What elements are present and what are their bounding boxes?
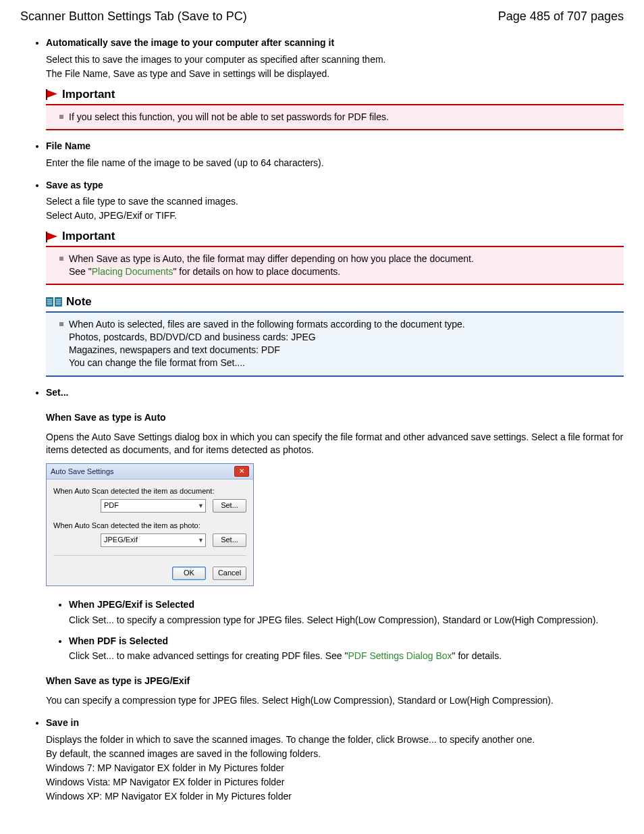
body-text: The File Name, Save as type and Save in … [46,68,624,80]
important-callout: Important If you select this function, y… [46,87,624,130]
select-value: PDF [104,500,119,511]
item-file-name: File Name Enter the file name of the ima… [46,140,624,170]
flag-icon [46,232,59,242]
note-label: Note [66,294,92,310]
text: Magazines, newspapers and text documents… [69,344,280,355]
set-button[interactable]: Set... [213,533,246,547]
placing-documents-link[interactable]: Placing Documents [92,266,173,277]
text: " for details on how to place documents. [173,266,340,277]
set-button[interactable]: Set... [213,499,246,513]
svg-rect-3 [46,232,47,242]
important-text: When Save as type is Auto, the file form… [59,253,618,278]
important-label: Important [62,229,115,244]
dialog-title: Auto Save Settings [51,467,114,477]
important-label: Important [62,87,115,103]
text: You can change the file format from Set.… [69,357,245,368]
text: Click Set... to make advanced settings f… [69,650,348,661]
text: When Auto is selected, files are saved i… [69,319,465,330]
body-text: You can specify a compression type for J… [46,694,624,707]
body-text: Select a file type to save the scanned i… [46,195,624,208]
note-text: When Auto is selected, files are saved i… [59,318,618,369]
inner-pdf-item: When PDF is Selected Click Set... to mak… [69,635,624,663]
item-save-as-type: Save as type Select a file type to save … [46,179,624,377]
body-text: Windows 7: MP Navigator EX folder in My … [46,762,624,775]
inner-jpeg-item: When JPEG/Exif is Selected Click Set... … [69,598,624,627]
dialog-label: When Auto Scan detected the item as phot… [53,521,246,531]
item-heading: File Name [46,140,90,151]
svg-marker-0 [47,90,57,98]
item-auto-save: Automatically save the image to your com… [46,36,624,130]
document-format-select[interactable]: PDF ▼ [101,499,206,513]
item-heading: When JPEG/Exif is Selected [69,599,194,610]
item-save-in: Save in Displays the folder in which to … [46,716,624,802]
ok-button[interactable]: OK [172,567,206,580]
body-text: Windows Vista: MP Navigator EX folder in… [46,776,624,789]
item-heading: Set... [46,387,68,398]
dialog-label: When Auto Scan detected the item as docu… [53,486,246,496]
body-text: Displays the folder in which to save the… [46,733,624,746]
text: See " [69,266,92,277]
chevron-down-icon: ▼ [198,536,204,544]
page-title: Scanner Button Settings Tab (Save to PC) [20,8,247,24]
body-text: Select this to save the images to your c… [46,53,624,66]
chevron-down-icon: ▼ [198,502,204,510]
svg-rect-1 [46,89,47,100]
note-callout: Note When Auto is selected, files are sa… [46,294,624,377]
note-icon [46,296,63,307]
svg-marker-2 [47,232,57,240]
select-value: JPEG/Exif [104,535,138,545]
text: " for details. [452,650,502,661]
item-heading: Save as type [46,180,103,190]
close-icon[interactable]: ✕ [234,466,249,477]
body-text: Click Set... to specify a compression ty… [69,614,624,627]
text: Photos, postcards, BD/DVD/CD and busines… [69,332,316,342]
cancel-button[interactable]: Cancel [213,567,246,580]
item-heading: When PDF is Selected [69,635,168,646]
sub-heading: When Save as type is Auto [46,411,624,424]
body-text: Select Auto, JPEG/Exif or TIFF. [46,209,624,222]
important-callout: Important When Save as type is Auto, the… [46,229,624,285]
pdf-settings-link[interactable]: PDF Settings Dialog Box [348,650,452,661]
body-text: Enter the file name of the image to be s… [46,157,624,170]
text: When Save as type is Auto, the file form… [69,253,474,264]
item-heading: Save in [46,717,79,728]
page-header: Scanner Button Settings Tab (Save to PC)… [20,8,624,24]
body-text: Windows XP: MP Navigator EX folder in My… [46,790,624,803]
important-text: If you select this function, you will no… [59,111,618,124]
body-text: Opens the Auto Save Settings dialog box … [46,431,624,457]
flag-icon [46,89,59,100]
body-text: By default, the scanned images are saved… [46,748,624,760]
page-number: Page 485 of 707 pages [498,8,624,24]
photo-format-select[interactable]: JPEG/Exif ▼ [101,533,206,547]
sub-heading: When Save as type is JPEG/Exif [46,675,624,687]
item-heading: Automatically save the image to your com… [46,37,334,48]
item-set: Set... When Save as type is Auto Opens t… [46,386,624,707]
auto-save-settings-dialog: Auto Save Settings ✕ When Auto Scan dete… [46,463,254,586]
